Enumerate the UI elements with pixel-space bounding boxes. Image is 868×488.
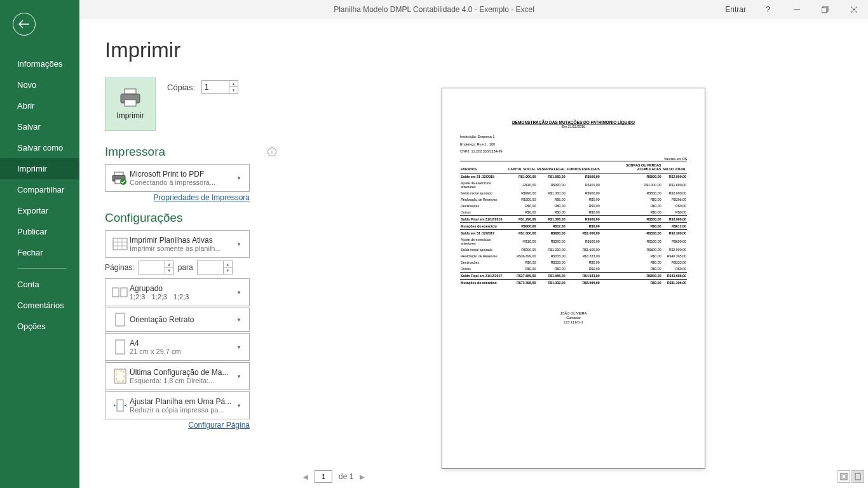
- window-title: Planilha Modelo DMPL Contabilidade 4.0 -…: [334, 5, 534, 14]
- close-button[interactable]: [839, 0, 868, 19]
- settings-section-title: Configurações: [105, 211, 276, 225]
- svg-rect-7: [125, 100, 136, 106]
- sidebar-item-novo[interactable]: Novo: [0, 74, 79, 95]
- sidebar-item-exportar[interactable]: Exportar: [0, 200, 79, 221]
- margins-dropdown[interactable]: Última Configuração de Ma... Esquerda: 1…: [105, 362, 250, 390]
- arrow-left-icon: [18, 20, 30, 29]
- margins-icon: [111, 369, 130, 384]
- printer-properties-link[interactable]: Propriedades de Impressora: [105, 193, 250, 202]
- pages-label: Páginas:: [105, 263, 135, 272]
- pager-input[interactable]: [315, 470, 332, 483]
- print-button-label: Imprimir: [116, 111, 144, 120]
- report-date: Em 31/12/2016: [460, 125, 687, 128]
- printer-status-icon: [111, 171, 130, 185]
- minimize-button[interactable]: [782, 0, 811, 19]
- page-icon: [111, 339, 130, 355]
- copies-label: Cópias:: [167, 83, 195, 92]
- help-button[interactable]: ?: [754, 0, 782, 19]
- info-icon[interactable]: i: [268, 147, 276, 156]
- page-setup-link[interactable]: Configurar Página: [105, 421, 250, 430]
- svg-rect-29: [855, 473, 860, 480]
- paper-dropdown[interactable]: A4 21 cm x 29,7 cm ▼: [105, 333, 250, 361]
- printer-dropdown[interactable]: Microsoft Print to PDF Conectando à impr…: [105, 164, 250, 192]
- show-margins-button[interactable]: [837, 470, 850, 483]
- chevron-down-icon: ▼: [236, 241, 244, 247]
- restore-button[interactable]: [811, 0, 839, 19]
- pager-total: de 1: [339, 472, 353, 481]
- svg-rect-18: [112, 288, 119, 297]
- svg-rect-13: [113, 238, 127, 250]
- chevron-down-icon: ▼: [236, 374, 244, 379]
- svg-rect-19: [121, 288, 127, 297]
- sidebar-item-imprimir[interactable]: Imprimir: [0, 158, 79, 179]
- sidebar-item-informações[interactable]: Informações: [0, 53, 79, 74]
- pages-to-spinner[interactable]: ▲▼: [197, 261, 233, 274]
- preview-page: DEMONSTRAÇÃO DAS MUTAÇÕES DO PATRIMONIO …: [442, 88, 705, 469]
- copies-spinner[interactable]: ▲ ▼: [201, 80, 238, 94]
- zoom-to-page-button[interactable]: [851, 470, 864, 483]
- pager-prev[interactable]: ◀: [303, 473, 308, 480]
- report-signature: JOÃO OLIVEIRA Contador 123.111/O-1: [460, 311, 687, 325]
- pages-to-label: para: [178, 263, 193, 272]
- pages-to-input[interactable]: [198, 263, 223, 272]
- sidebar-item-salvar-como[interactable]: Salvar como: [0, 137, 79, 158]
- copies-up[interactable]: ▲: [229, 81, 238, 87]
- sidebar-item-comentários[interactable]: Comentários: [0, 295, 79, 316]
- backstage-sidebar: InformaçõesNovoAbrirSalvarSalvar comoImp…: [0, 0, 79, 488]
- printer-status: Conectando à impressora...: [130, 179, 236, 186]
- sidebar-item-salvar[interactable]: Salvar: [0, 116, 79, 137]
- preview-pager: ◀ de 1 ▶: [303, 470, 365, 483]
- sidebar-item-opções[interactable]: Opções: [0, 316, 79, 337]
- svg-rect-24: [117, 400, 123, 411]
- svg-point-8: [137, 96, 139, 98]
- copies-input[interactable]: [202, 83, 227, 92]
- sidebar-item-fechar[interactable]: Fechar: [0, 242, 79, 263]
- svg-rect-5: [125, 89, 136, 94]
- svg-rect-28: [842, 475, 846, 478]
- sidebar-item-abrir[interactable]: Abrir: [0, 95, 79, 116]
- printer-section-title: Impressora i: [105, 145, 276, 159]
- print-controls: Imprimir Imprimir Cópias: ▲ ▼: [79, 19, 289, 488]
- sign-in-link[interactable]: Entrar: [717, 5, 754, 14]
- orientation-dropdown[interactable]: Orientação Retrato ▼: [105, 308, 250, 332]
- scaling-dropdown[interactable]: Ajustar Planilha em Uma Pá... Reduzir a …: [105, 391, 250, 419]
- svg-rect-2: [822, 8, 827, 13]
- pages-from-spinner[interactable]: ▲▼: [139, 261, 174, 274]
- print-preview-area: DEMONSTRAÇÃO DAS MUTAÇÕES DO PATRIMONIO …: [289, 19, 868, 488]
- printer-name: Microsoft Print to PDF: [130, 170, 236, 179]
- collate-dropdown[interactable]: Agrupado 1;2;3 1;2;3 1;2;3 ▼: [105, 278, 250, 306]
- sidebar-item-publicar[interactable]: Publicar: [0, 221, 79, 242]
- report-table: EVENTOSCAPITAL SOCIALRESERVA LEGALFUNDOS…: [460, 161, 687, 286]
- fit-icon: [111, 398, 130, 412]
- chevron-down-icon: ▼: [236, 403, 244, 409]
- svg-rect-21: [116, 340, 125, 354]
- sidebar-item-conta[interactable]: Conta: [0, 274, 79, 295]
- report-title: DEMONSTRAÇÃO DAS MUTAÇÕES DO PATRIMONIO …: [460, 120, 687, 125]
- pages-from-input[interactable]: [139, 263, 165, 272]
- chevron-down-icon: ▼: [236, 290, 244, 295]
- printer-icon: [119, 88, 142, 107]
- chevron-down-icon: ▼: [236, 317, 244, 323]
- copies-down[interactable]: ▼: [229, 87, 238, 93]
- main-content: Imprimir Imprimir Cópias: ▲ ▼: [79, 19, 868, 488]
- svg-rect-9: [114, 172, 123, 175]
- pager-next[interactable]: ▶: [360, 473, 365, 480]
- chevron-down-icon: ▼: [236, 344, 244, 350]
- chevron-down-icon: ▼: [236, 175, 244, 181]
- svg-rect-20: [116, 313, 125, 326]
- collate-icon: [111, 286, 130, 299]
- titlebar: Planilha Modelo DMPL Contabilidade 4.0 -…: [0, 0, 868, 19]
- back-button[interactable]: [13, 13, 36, 36]
- print-button[interactable]: Imprimir: [105, 78, 156, 131]
- print-what-dropdown[interactable]: Imprimir Planilhas Ativas Imprimir somen…: [105, 230, 250, 258]
- sidebar-item-compartilhar[interactable]: Compartilhar: [0, 179, 79, 200]
- page-title: Imprimir: [105, 38, 276, 62]
- portrait-icon: [111, 313, 130, 327]
- sheets-icon: [111, 238, 130, 250]
